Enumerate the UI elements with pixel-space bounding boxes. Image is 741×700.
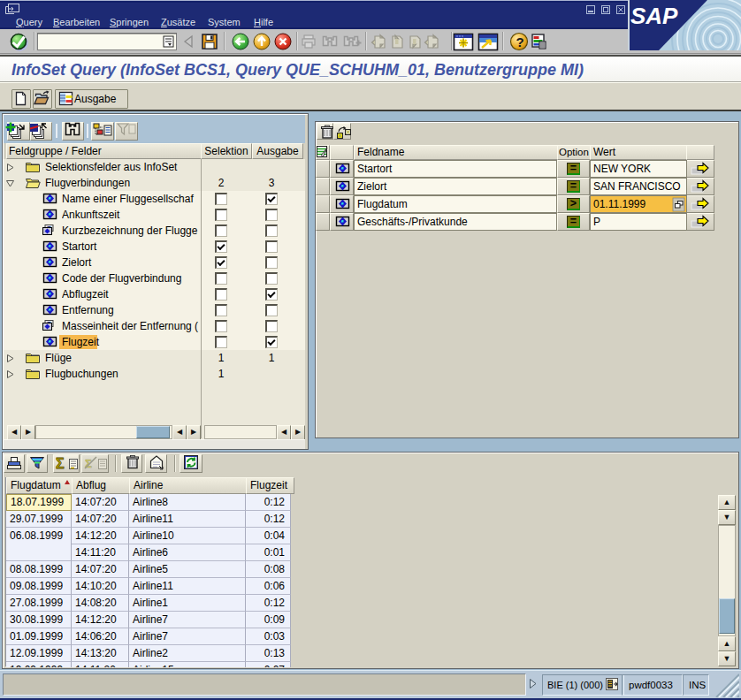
svg-text:SAP: SAP [630,3,678,29]
svg-text:Σ: Σ [56,456,65,471]
svg-text:?: ? [516,34,523,49]
